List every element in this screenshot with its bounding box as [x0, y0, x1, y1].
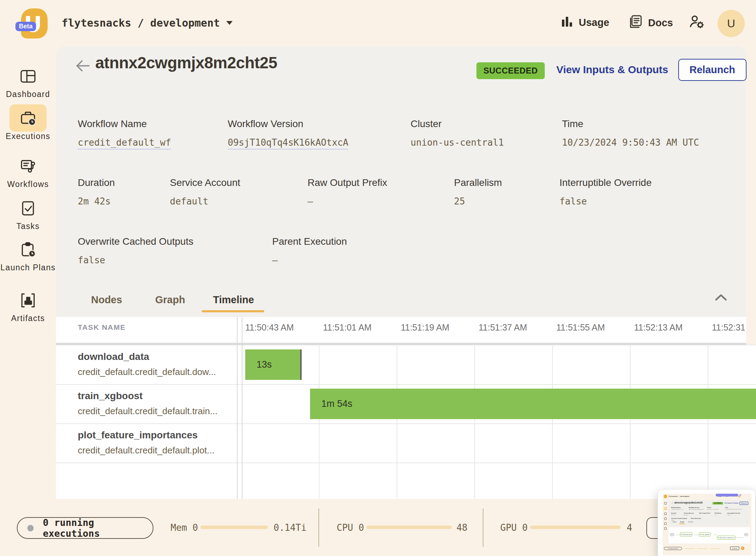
sidebar-item-tasks[interactable]: Tasks: [0, 198, 56, 231]
tab-graph[interactable]: Graph: [155, 294, 185, 306]
avatar-initial: U: [727, 17, 735, 30]
pip-mini-meter: [710, 548, 720, 549]
launch-plans-icon: [18, 239, 39, 260]
pip-mini-purple-dot: [739, 494, 741, 496]
pip-mini-sidebar-icon: [664, 522, 667, 525]
pip-mini-meta-label: Service Account: [684, 513, 694, 514]
task-path: credit_default.credit_default.plot...: [78, 445, 232, 456]
task-name: plot_feature_importances: [78, 430, 232, 441]
chevron-up-icon[interactable]: [714, 293, 728, 302]
pip-mini-meter: [697, 548, 707, 549]
column-splitter[interactable]: [237, 317, 238, 499]
meta-label-workflow-version: Workflow Version: [228, 118, 303, 130]
task-name-column-header: TASK NAME: [78, 323, 126, 332]
pip-mini-meta-label: Workflow Version: [689, 507, 699, 508]
column-splitter[interactable]: [242, 317, 242, 499]
pip-mini-tab-graph: Graph: [680, 521, 684, 523]
pip-mini-meta-value: false: [727, 514, 731, 516]
workflows-icon: [18, 156, 39, 177]
pip-mini-running-pill: 0 running executions: [664, 547, 682, 550]
docs-label: Docs: [648, 17, 673, 29]
mem-meter-track: [200, 526, 268, 529]
pip-mini-meta-label: Raw Output Prefix: [699, 513, 710, 514]
sidebar-item-workflows[interactable]: Workflows: [0, 156, 56, 189]
task-row-plot-feature-importances[interactable]: plot_feature_importances credit_default.…: [78, 430, 232, 456]
pip-mini-meta-label: Duration: [671, 513, 676, 514]
row-separator: [56, 384, 756, 385]
sidebar-item-launch-plans[interactable]: Launch Plans: [0, 239, 56, 272]
pip-mini-node-train-xgboost: train_xgboost: [699, 533, 710, 536]
docs-icon: [627, 14, 643, 32]
meta-value-workflow-version[interactable]: 09sjT10qTq4sK16kAOtxcA: [228, 137, 348, 150]
pip-mini-purple-chip: [716, 494, 738, 496]
sidebar-label-tasks: Tasks: [16, 222, 40, 231]
dashboard-icon: [18, 66, 39, 87]
sidebar: Dashboard Executions Workflows: [0, 47, 56, 502]
tab-active-underline: [202, 310, 264, 312]
gantt-bar-download_data[interactable]: 13s: [245, 349, 301, 380]
pip-mini-sidebar-icon: [664, 502, 667, 505]
time-tick-label: 11:52:13 AM: [634, 322, 683, 333]
avatar[interactable]: U: [717, 10, 745, 37]
pip-mini-meta-label: Parallelism: [715, 513, 721, 514]
gantt-bar-train_xgboost[interactable]: 1m 54s: [310, 389, 756, 419]
sidebar-label-executions: Executions: [6, 132, 50, 141]
tab-timeline[interactable]: Timeline: [213, 294, 254, 306]
meta-label-interruptible-override: Interruptible Override: [559, 177, 652, 188]
running-executions-pill[interactable]: 0 running executions: [17, 517, 153, 539]
meta-label-raw-output-prefix: Raw Output Prefix: [308, 177, 387, 188]
time-gridline: [474, 345, 475, 499]
pip-mini-project: flytesnacks / development: [668, 495, 689, 497]
statusbar-divider: [318, 508, 319, 547]
project-selector[interactable]: flytesnacks / development: [62, 17, 233, 29]
meta-label-cluster: Cluster: [411, 118, 442, 130]
meta-value-service-account: default: [170, 196, 208, 207]
sidebar-label-artifacts: Artifacts: [11, 314, 45, 323]
gpu-meter-track: [530, 526, 620, 529]
pip-mini-meta-value: default: [684, 514, 688, 516]
pip-mini-meta-label: Cluster: [707, 507, 711, 508]
time-tick-label: 11:51:37 AM: [479, 322, 527, 333]
relaunch-button[interactable]: Relaunch: [678, 59, 747, 81]
user-settings-nav[interactable]: [689, 14, 706, 32]
cpu-meter-label: CPU 0: [337, 522, 364, 533]
task-name: download_data: [78, 351, 232, 362]
pip-mini-meta-value: 2m 42s: [671, 514, 675, 516]
pip-mini-tab-underline: [679, 523, 685, 524]
pip-mini-price-chip: $ 19.99: [730, 547, 739, 550]
sidebar-label-workflows: Workflows: [7, 180, 49, 189]
pip-mini-end-node: end: [744, 533, 748, 536]
running-executions-label: 0 running executions: [43, 517, 153, 539]
pip-mini-sidebar-icon: [664, 513, 667, 515]
sidebar-item-executions[interactable]: Executions: [0, 108, 56, 141]
meta-value-overwrite-cached-outputs: false: [78, 255, 105, 265]
docs-nav[interactable]: Docs: [627, 14, 673, 32]
pip-mini-tab-timeline: Timeline: [688, 521, 693, 523]
pip-mini-meta-label: Workflow Name: [671, 507, 681, 508]
sidebar-item-artifacts[interactable]: Artifacts: [0, 290, 56, 323]
usage-nav[interactable]: Usage: [560, 14, 609, 31]
pip-mini-meter: [685, 548, 695, 549]
meta-label-workflow-name: Workflow Name: [78, 118, 147, 130]
status-dot-icon: [27, 525, 34, 531]
pip-mini-node-status-dot: [700, 534, 701, 535]
tab-nodes[interactable]: Nodes: [91, 294, 122, 306]
task-row-download-data[interactable]: download_data credit_default.credit_defa…: [78, 351, 232, 377]
beta-badge: Beta: [15, 22, 36, 31]
pip-mini-edge: [713, 535, 717, 535]
meta-value-raw-output-prefix: –: [308, 196, 313, 207]
pip-mini-node-download-data: download_data: [680, 533, 692, 536]
meta-value-workflow-name[interactable]: credit_default_wf: [78, 137, 171, 150]
picture-in-picture-preview[interactable]: flytesnacks / development Usage Docs U ←…: [658, 489, 756, 556]
view-inputs-outputs-link[interactable]: View Inputs & Outputs: [556, 64, 668, 76]
sidebar-item-dashboard[interactable]: Dashboard: [0, 66, 56, 99]
task-row-train-xgboost[interactable]: train_xgboost credit_default.credit_defa…: [78, 390, 232, 417]
gantt-bar-duration-label: 13s: [256, 359, 272, 370]
pip-mini-start-node: start: [670, 533, 674, 536]
timeline-right-gutter: [746, 317, 756, 345]
usage-label: Usage: [579, 17, 609, 28]
mem-meter-label: Mem 0: [171, 522, 198, 533]
back-arrow-icon[interactable]: [74, 59, 90, 73]
time-gridline: [630, 345, 631, 499]
pip-mini-status-badge: SUCCEEDED: [713, 502, 723, 505]
